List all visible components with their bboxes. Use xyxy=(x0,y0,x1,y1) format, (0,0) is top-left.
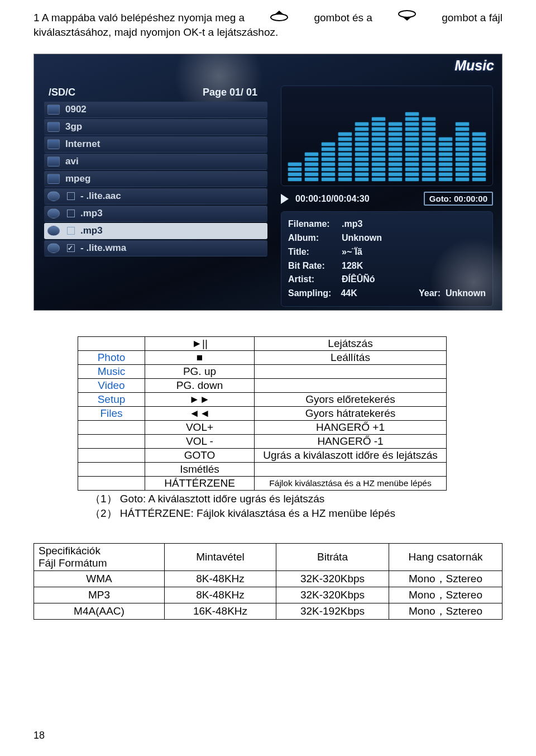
eq-bar xyxy=(389,122,402,181)
controls-cell: Photo xyxy=(78,351,145,365)
spec-cell: 8K-48KHz xyxy=(165,587,276,603)
control-notes: （1） Goto: A kiválasztott időre ugrás és … xyxy=(90,492,491,521)
file-browser-panel: /SD/C Page 01/ 01 09023gpInternetavimpeg… xyxy=(44,85,267,258)
controls-cell: Music xyxy=(78,365,145,379)
spec-header: Mintavétel xyxy=(165,544,276,571)
goto-display: Goto: 00:00:00 xyxy=(424,192,493,206)
file-name: - .lite.wma xyxy=(80,243,264,254)
controls-cell: Fájlok kiválasztása és a HZ menübe lépés xyxy=(255,477,447,491)
spec-header: Hang csatornák xyxy=(389,544,502,571)
controls-cell: ►► xyxy=(145,393,255,407)
controls-cell: GOTO xyxy=(145,449,255,463)
file-row[interactable]: avi xyxy=(44,154,267,170)
time-display: 00:00:10/00:04:30 xyxy=(295,194,370,204)
file-checkbox[interactable] xyxy=(67,227,75,235)
controls-cell: Leállítás xyxy=(255,351,447,365)
spec-cell: 16K-48KHz xyxy=(165,603,276,620)
file-row[interactable]: 3gp xyxy=(44,119,267,135)
svg-point-1 xyxy=(399,11,415,17)
note-2: （2） HÁTTÉRZENE: Fájlok kiválasztása és a… xyxy=(90,506,491,521)
controls-cell xyxy=(78,421,145,435)
controls-cell: Files xyxy=(78,407,145,421)
file-checkbox[interactable] xyxy=(67,192,75,200)
controls-cell: ◄◄ xyxy=(145,407,255,421)
svg-point-0 xyxy=(271,14,288,21)
eq-bar xyxy=(456,122,469,181)
file-name: mpeg xyxy=(65,173,264,184)
file-row[interactable]: 0902 xyxy=(44,102,267,118)
eq-bar xyxy=(322,142,335,181)
folder-icon xyxy=(47,174,60,184)
spec-cell: Mono，Sztereo xyxy=(389,603,502,620)
eq-bar xyxy=(405,112,419,181)
controls-cell: HÁTTÉRZENE xyxy=(145,477,255,491)
file-name: 3gp xyxy=(65,121,264,132)
spec-cell: 32K-320Kbps xyxy=(276,587,389,603)
file-row[interactable]: .mp3 xyxy=(44,223,267,239)
controls-table: ►||LejátszásPhoto■LeállításMusicPG. upVi… xyxy=(78,336,447,491)
file-name: avi xyxy=(65,156,264,167)
file-name: .mp3 xyxy=(80,208,264,219)
screen-title: Music xyxy=(454,58,494,74)
controls-cell xyxy=(78,435,145,449)
playback-row: 00:00:10/00:04:30 Goto: 00:00:00 xyxy=(281,192,493,206)
controls-cell: Setup xyxy=(78,393,145,407)
music-file-icon xyxy=(47,191,60,201)
file-row[interactable]: - .lite.wma xyxy=(44,240,267,256)
file-name: - .lite.aac xyxy=(80,191,264,202)
music-file-icon xyxy=(47,226,60,236)
page-number: 18 xyxy=(34,730,45,741)
music-player-screenshot: Music /SD/C Page 01/ 01 09023gpInterneta… xyxy=(34,54,502,311)
spec-cell: MP3 xyxy=(34,587,165,603)
spec-header: SpecifikációkFájl Formátum xyxy=(34,544,165,571)
folder-icon xyxy=(47,139,60,149)
controls-cell: VOL - xyxy=(145,435,255,449)
metadata-panel: Filename:.mp3 Album:Unknown Title:»~¨Ïã … xyxy=(281,211,493,307)
folder-icon xyxy=(47,156,60,167)
file-name: 0902 xyxy=(65,104,264,115)
equalizer-visual xyxy=(281,85,493,186)
file-row[interactable]: - .lite.aac xyxy=(44,188,267,205)
page-indicator: Page 01/ 01 xyxy=(203,87,257,98)
music-file-icon xyxy=(47,243,60,253)
folder-icon xyxy=(47,122,60,132)
intro-seg1: 1 A mappába való belépéshez nyomja meg a xyxy=(34,11,245,25)
eq-bar xyxy=(422,117,436,181)
music-file-icon xyxy=(47,208,60,218)
file-checkbox[interactable] xyxy=(67,244,75,252)
player-panel: 00:00:10/00:04:30 Goto: 00:00:00 Filenam… xyxy=(281,85,493,307)
controls-cell: PG. down xyxy=(145,379,255,393)
file-row[interactable]: mpeg xyxy=(44,171,267,187)
file-checkbox[interactable] xyxy=(67,210,75,217)
intro-text: 1 A mappába való belépéshez nyomja meg a… xyxy=(34,10,502,39)
spec-header: Bitráta xyxy=(276,544,389,571)
down-button-icon xyxy=(398,10,417,25)
spec-cell: Mono，Sztereo xyxy=(389,571,502,587)
controls-cell: Gyors előretekerés xyxy=(255,393,447,407)
spec-table: SpecifikációkFájl FormátumMintavételBitr… xyxy=(34,543,502,620)
controls-cell xyxy=(78,449,145,463)
play-icon xyxy=(281,194,289,204)
eq-bar xyxy=(305,153,318,181)
controls-cell: VOL+ xyxy=(145,421,255,435)
controls-cell xyxy=(78,463,145,477)
controls-cell xyxy=(78,337,145,351)
controls-cell xyxy=(255,365,447,379)
spec-cell: 8K-48KHz xyxy=(165,571,276,587)
eq-bar xyxy=(355,122,368,181)
spec-cell: Mono，Sztereo xyxy=(389,587,502,603)
spec-cell: WMA xyxy=(34,571,165,587)
spec-cell: 32K-192Kbps xyxy=(276,603,389,620)
file-row[interactable]: Internet xyxy=(44,136,267,153)
controls-cell: Gyors hátratekerés xyxy=(255,407,447,421)
controls-cell: ■ xyxy=(145,351,255,365)
file-row[interactable]: .mp3 xyxy=(44,206,267,222)
controls-cell: Lejátszás xyxy=(255,337,447,351)
eq-bar xyxy=(288,163,302,181)
controls-cell: Video xyxy=(78,379,145,393)
spec-cell: 32K-320Kbps xyxy=(276,571,389,587)
eq-bar xyxy=(338,132,352,181)
controls-cell: ►|| xyxy=(145,337,255,351)
file-name: Internet xyxy=(65,139,264,150)
controls-cell xyxy=(255,379,447,393)
